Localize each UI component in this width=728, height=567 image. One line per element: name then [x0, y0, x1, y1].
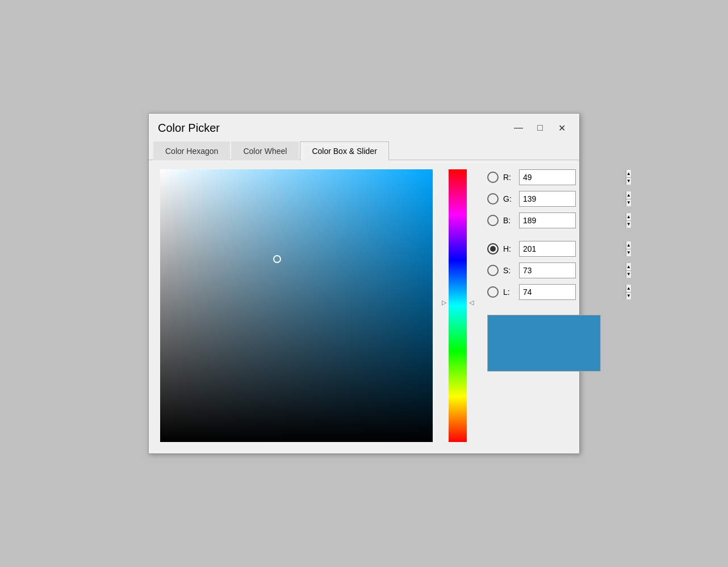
spinbox-g: ▲ ▼ — [519, 191, 576, 207]
color-gradient — [160, 169, 433, 442]
window-controls: — □ ✕ — [510, 119, 570, 136]
hue-slider[interactable] — [449, 169, 467, 442]
row-l: L: ▲ ▼ — [487, 284, 601, 300]
hue-arrow-right-icon: ◁ — [469, 298, 474, 306]
spinbox-s: ▲ ▼ — [519, 262, 576, 278]
spinbox-b-up[interactable]: ▲ — [626, 213, 631, 220]
row-g: G: ▲ ▼ — [487, 191, 601, 207]
maximize-button[interactable]: □ — [532, 119, 549, 136]
row-r: R: ▲ ▼ — [487, 169, 601, 185]
label-r: R: — [503, 173, 514, 182]
spinbox-h-up[interactable]: ▲ — [626, 241, 631, 249]
spinbox-l-up[interactable]: ▲ — [626, 285, 631, 292]
radio-r[interactable] — [487, 172, 499, 183]
input-l[interactable] — [520, 285, 626, 299]
label-l: L: — [503, 287, 514, 297]
minimize-button[interactable]: — — [510, 119, 527, 136]
radio-g[interactable] — [487, 193, 499, 205]
tab-content: ▷ ◁ R: ▲ ▼ — [149, 160, 579, 453]
close-button[interactable]: ✕ — [553, 119, 570, 136]
spinbox-s-down[interactable]: ▼ — [626, 270, 631, 278]
tab-color-hexagon[interactable]: Color Hexagon — [153, 141, 230, 160]
label-g: G: — [503, 194, 514, 203]
color-box-wrap — [160, 169, 433, 442]
color-picker-window: Color Picker — □ ✕ Color Hexagon Color W… — [148, 113, 580, 454]
radio-b[interactable] — [487, 215, 499, 226]
hue-slider-wrap: ▷ ◁ — [442, 169, 474, 442]
spinbox-b-down[interactable]: ▼ — [626, 220, 631, 228]
spinbox-l: ▲ ▼ — [519, 284, 576, 300]
input-r[interactable] — [520, 170, 626, 185]
tab-bar: Color Hexagon Color Wheel Color Box & Sl… — [149, 141, 579, 160]
divider — [487, 234, 601, 241]
radio-s[interactable] — [487, 265, 499, 276]
spinbox-l-buttons: ▲ ▼ — [626, 285, 631, 299]
radio-l[interactable] — [487, 286, 499, 298]
spinbox-h-buttons: ▲ ▼ — [626, 241, 631, 256]
color-box[interactable] — [160, 169, 433, 442]
spinbox-g-up[interactable]: ▲ — [626, 191, 631, 199]
label-s: S: — [503, 266, 514, 275]
input-b[interactable] — [520, 213, 626, 228]
spinbox-s-up[interactable]: ▲ — [626, 263, 631, 270]
tab-color-wheel[interactable]: Color Wheel — [231, 141, 299, 160]
window-title: Color Picker — [158, 122, 220, 135]
spinbox-g-down[interactable]: ▼ — [626, 199, 631, 207]
spinbox-g-buttons: ▲ ▼ — [626, 191, 631, 206]
radio-h[interactable] — [487, 243, 499, 255]
spinbox-l-down[interactable]: ▼ — [626, 292, 631, 300]
spinbox-h-down[interactable]: ▼ — [626, 249, 631, 257]
spinbox-b-buttons: ▲ ▼ — [626, 213, 631, 228]
right-panel: R: ▲ ▼ G: ▲ ▼ — [483, 169, 601, 372]
title-bar: Color Picker — □ ✕ — [149, 114, 579, 141]
label-h: H: — [503, 244, 514, 253]
row-b: B: ▲ ▼ — [487, 212, 601, 228]
input-g[interactable] — [520, 191, 626, 206]
row-h: H: ▲ ▼ — [487, 241, 601, 257]
spinbox-r-buttons: ▲ ▼ — [626, 170, 631, 185]
label-b: B: — [503, 216, 514, 225]
spinbox-b: ▲ ▼ — [519, 212, 576, 228]
spinbox-h: ▲ ▼ — [519, 241, 576, 257]
input-s[interactable] — [520, 263, 626, 278]
input-h[interactable] — [520, 241, 626, 256]
spinbox-r: ▲ ▼ — [519, 169, 576, 185]
spinbox-s-buttons: ▲ ▼ — [626, 263, 631, 278]
hue-arrow-left-icon: ▷ — [442, 298, 446, 306]
spinbox-r-down[interactable]: ▼ — [626, 177, 631, 185]
spinbox-r-up[interactable]: ▲ — [626, 170, 631, 177]
tab-color-box-slider[interactable]: Color Box & Slider — [300, 141, 388, 160]
color-preview — [487, 315, 601, 372]
row-s: S: ▲ ▼ — [487, 262, 601, 278]
